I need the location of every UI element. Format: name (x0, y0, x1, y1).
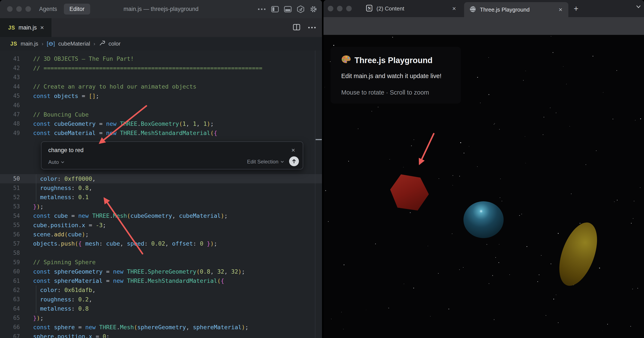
code-line-55[interactable]: 55cube.position.x = -3; (0, 220, 322, 230)
svg-text:N: N (368, 6, 371, 11)
prompt-input[interactable]: change to red (48, 147, 84, 153)
send-prompt-button[interactable] (289, 156, 299, 166)
code-line-65[interactable]: 65}); (0, 313, 322, 322)
line-number: 41 (0, 56, 20, 62)
star (410, 212, 411, 213)
code-line-44[interactable]: 44// Create an array to hold our animate… (0, 82, 322, 91)
minimize-window-button[interactable] (337, 6, 342, 11)
star (498, 262, 499, 263)
star (348, 161, 349, 161)
line-number: 62 (0, 287, 20, 293)
notion-favicon: N (366, 5, 373, 13)
star (499, 244, 499, 245)
edit-selection-dropdown[interactable]: Edit Selection (247, 159, 284, 165)
code-line-48[interactable]: 48const cubeGeometry = new THREE.BoxGeom… (0, 119, 322, 128)
line-number: 51 (0, 185, 20, 191)
annotation-arrow-cube (420, 134, 434, 164)
chevron-down-icon (280, 161, 284, 163)
browser-tab-threejs[interactable]: Three.js Playground × (464, 2, 568, 17)
star (324, 87, 325, 87)
code-line-56[interactable]: 56scene.add(cube); (0, 230, 322, 239)
close-window-button[interactable] (328, 6, 333, 11)
star (525, 136, 525, 137)
code-line-42[interactable]: 42// ===================================… (0, 63, 322, 73)
code-line-45[interactable]: 45const objects = []; (0, 91, 322, 101)
star (500, 198, 500, 198)
code-line-61[interactable]: 61const sphereMaterial = new THREE.MeshS… (0, 276, 322, 285)
breadcrumb-symbol[interactable]: cubeMaterial (58, 40, 90, 47)
breadcrumb-property[interactable]: color (108, 40, 120, 47)
scrollbar-position-marker[interactable] (316, 139, 322, 140)
code-line-66[interactable]: 66const sphere = new THREE.Mesh(sphereGe… (0, 322, 322, 332)
code-line-58[interactable]: 58 (0, 248, 322, 258)
code-line-64[interactable]: 64 metalness: 0.8 (0, 304, 322, 313)
close-tab-icon[interactable]: × (40, 24, 44, 31)
star (603, 92, 604, 93)
split-pane-icon[interactable] (293, 24, 300, 31)
code-line-57[interactable]: 57objects.push({ mesh: cube, speed: 0.02… (0, 239, 322, 248)
browser-tab-content[interactable]: N (2) Content × (361, 0, 462, 17)
star (630, 326, 631, 327)
star (640, 187, 640, 188)
star (344, 264, 344, 265)
zoom-window-button[interactable] (346, 6, 352, 11)
line-number: 46 (0, 102, 20, 108)
tab-search-chevron-icon[interactable] (636, 5, 641, 10)
line-number: 59 (0, 259, 20, 265)
star (599, 268, 600, 268)
star (448, 309, 449, 309)
tab-options-icon[interactable] (308, 26, 316, 30)
close-prompt-icon[interactable]: × (291, 146, 295, 154)
star (499, 129, 500, 130)
star (390, 159, 390, 159)
line-number: 53 (0, 203, 20, 210)
chevron-down-icon (61, 161, 64, 163)
code-line-54[interactable]: 54const cube = new THREE.Mesh(cubeGeomet… (0, 211, 322, 220)
star (392, 37, 393, 38)
star (550, 108, 551, 108)
code-line-67[interactable]: 67sphere.position.x = 0; (0, 332, 322, 338)
more-menu-icon[interactable] (258, 8, 266, 11)
file-tab-mainjs[interactable]: JS main.js × (0, 18, 52, 37)
chevron-right-icon: › (42, 41, 43, 47)
code-line-53[interactable]: 53}); (0, 202, 322, 211)
line-number: 52 (0, 194, 20, 201)
code-line-60[interactable]: 60const sphereGeometry = new THREE.Spher… (0, 267, 322, 276)
code-line-49[interactable]: 49const cubeMaterial = new THREE.MeshSta… (0, 128, 322, 137)
line-number: 42 (0, 65, 20, 71)
bottom-panel-icon[interactable] (284, 6, 292, 13)
window-controls[interactable] (328, 6, 352, 11)
inline-assist-prompt: change to red × Auto Edit Selection (41, 141, 303, 170)
assistant-prism-icon[interactable] (297, 5, 304, 13)
code-editor[interactable]: 41// 3D OBJECTS — The Fun Part!42// ====… (0, 51, 322, 338)
code-line-43[interactable]: 43 (0, 73, 322, 82)
model-select[interactable]: Auto (48, 159, 64, 165)
line-number: 60 (0, 268, 20, 275)
star (480, 103, 480, 103)
line-number: 63 (0, 296, 20, 302)
code-line-63[interactable]: 63 roughness: 0.2, (0, 295, 322, 304)
breadcrumb[interactable]: JS main.js › [] cubeMaterial › color (0, 37, 322, 51)
code-line-51[interactable]: 51 roughness: 0.8, (0, 183, 322, 193)
code-line-47[interactable]: 47// Bouncing Cube (0, 110, 322, 119)
settings-gear-icon[interactable] (310, 5, 317, 13)
star (617, 200, 618, 201)
star (403, 167, 404, 167)
close-tab-icon[interactable]: × (558, 7, 562, 13)
close-tab-icon[interactable]: × (452, 5, 456, 12)
threejs-canvas[interactable]: Three.js Playground Edit main.js and wat… (324, 35, 644, 338)
code-line-62[interactable]: 62 color: 0x61dafb, (0, 285, 322, 295)
code-line-59[interactable]: 59// Spinning Sphere (0, 258, 322, 267)
star (607, 324, 608, 324)
editor-tabstrip: JS main.js × (0, 18, 322, 37)
line-number: 61 (0, 278, 20, 284)
breadcrumb-file[interactable]: main.js (21, 40, 38, 47)
code-line-46[interactable]: 46 (0, 101, 322, 110)
code-line-41[interactable]: 41// 3D OBJECTS — The Fun Part! (0, 54, 322, 63)
code-line-50[interactable]: 50 color: 0xff0000, (0, 174, 322, 183)
new-tab-button[interactable]: + (572, 5, 580, 13)
js-file-icon: JS (8, 25, 15, 31)
edit-selection-label: Edit Selection (247, 159, 278, 165)
left-panel-icon[interactable] (271, 6, 279, 13)
code-line-52[interactable]: 52 metalness: 0.1 (0, 193, 322, 202)
